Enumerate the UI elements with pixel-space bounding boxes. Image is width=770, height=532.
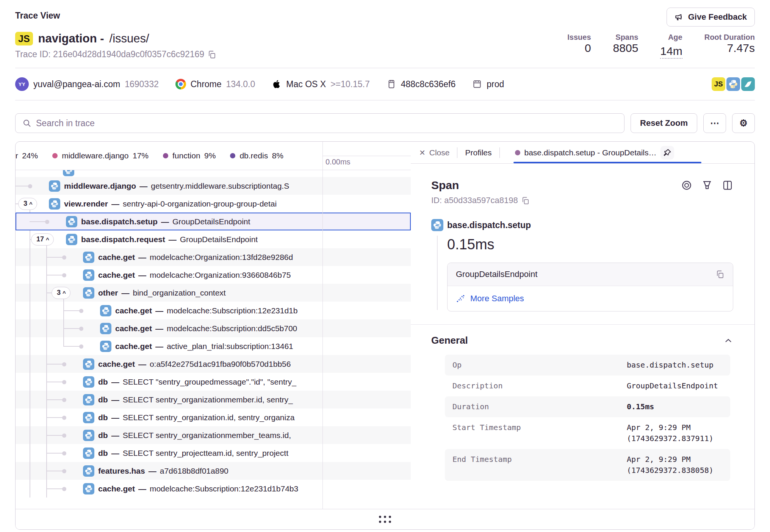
span-sample-block: base.dispatch.setup 0.15ms GroupDetailsE… xyxy=(431,219,733,311)
browser-name: Chrome xyxy=(191,79,222,89)
resize-drag-handle[interactable] xyxy=(379,516,391,523)
python-icon xyxy=(100,305,111,316)
general-row-end-timestamp: End TimestampApr 2, 9:29 PM(1743629372.8… xyxy=(445,449,730,481)
page-title: Trace View xyxy=(15,8,60,21)
span-tree-row[interactable]: cache.get—modelcache:Subscription:12e231… xyxy=(16,480,411,498)
span-tree-row[interactable]: 3^ view.render—sentry-api-0-organization… xyxy=(16,195,411,213)
legend-item[interactable]: middleware.django 17% xyxy=(52,151,149,160)
span-detail-body: Span xyxy=(411,164,754,509)
tree-connector-dot xyxy=(62,433,66,438)
browser-version: 134.0.0 xyxy=(226,79,255,89)
split-view-icon[interactable] xyxy=(722,180,733,191)
general-rows: Opbase.dispatch.setupDescriptionGroupDet… xyxy=(445,355,730,481)
span-tree-row[interactable]: base.dispatch.setup—GroupDetailsEndpoint xyxy=(16,213,411,230)
tab-profiles[interactable]: Profiles xyxy=(465,148,491,157)
span-row-label: base.dispatch.request—GroupDetailsEndpoi… xyxy=(81,230,258,248)
python-icon xyxy=(83,252,94,263)
span-tree-row[interactable]: db—SELECT sentry_projectteam.id, sentry_… xyxy=(16,444,411,462)
span-tree-row[interactable]: middleware.django—getsentry.middleware.s… xyxy=(16,177,411,195)
span-op-dot-icon xyxy=(515,150,520,155)
copy-icon[interactable] xyxy=(207,50,216,59)
trace-view-page: Trace View Give Feedback JS navigation -… xyxy=(0,0,770,532)
tree-connector xyxy=(30,221,47,222)
span-tree-row[interactable]: cache.get—modelcache:Subscription:12e231… xyxy=(16,302,411,319)
search-input[interactable] xyxy=(36,118,617,128)
python-badge-icon xyxy=(726,77,740,91)
search-box[interactable] xyxy=(15,113,624,133)
collapse-count-badge[interactable]: 3^ xyxy=(52,287,70,299)
collapse-count-badge[interactable]: 3^ xyxy=(18,198,37,210)
trace-toolbar: Reset Zoom ⋯ ⚙ xyxy=(15,113,755,133)
span-tree-row[interactable]: cache.get—modelcache:Subscription:dd5c5b… xyxy=(16,319,411,337)
general-row-op: Opbase.dispatch.setup xyxy=(445,355,730,376)
span-row-label: cache.get—modelcache:Organization:936608… xyxy=(98,266,291,284)
reset-zoom-button[interactable]: Reset Zoom xyxy=(631,113,697,133)
tree-connector xyxy=(46,435,64,436)
span-tree-row[interactable] xyxy=(16,170,411,177)
span-row-label: cache.get—modelcache:Organization:13fd28… xyxy=(98,248,293,266)
legend-item[interactable]: db.redis 8% xyxy=(230,151,283,160)
span-tree-row[interactable]: features.has—a7d618b8df01a890 xyxy=(16,462,411,480)
tree-connector-dot xyxy=(62,380,66,384)
python-icon xyxy=(66,216,77,227)
detail-tabs: ✕ Close Profiles base.dispatch.setup - G… xyxy=(411,142,754,164)
collapse-count-badge[interactable]: 17^ xyxy=(31,233,54,246)
column-resize-divider[interactable] xyxy=(322,142,323,509)
span-tree-row[interactable]: 17^ base.dispatch.request—GroupDetailsEn… xyxy=(16,230,411,248)
os-version: >=10.15.7 xyxy=(330,79,370,89)
span-tree-row[interactable]: cache.get—active_plan_trial:subscription… xyxy=(16,337,411,355)
title-row: JS navigation - /issues/ Trace ID: 216e0… xyxy=(15,32,755,59)
ellipsis-icon: ⋯ xyxy=(710,118,719,128)
python-icon xyxy=(83,448,94,459)
span-tree-row[interactable]: cache.get—modelcache:Organization:13fd28… xyxy=(16,248,411,266)
python-icon xyxy=(83,483,94,494)
funnel-view-icon[interactable] xyxy=(701,180,713,191)
tree-connector-dot xyxy=(28,184,32,188)
span-tree-row[interactable]: db—SELECT sentry_organizationmember.id, … xyxy=(16,391,411,408)
python-icon xyxy=(83,412,94,423)
general-row-description: DescriptionGroupDetailsEndpoint xyxy=(445,376,730,396)
close-tab-button[interactable]: ✕ Close xyxy=(419,148,449,157)
span-id: ID: a50d33a597ca8198 xyxy=(431,196,733,205)
copy-icon[interactable] xyxy=(715,270,725,279)
tree-connector xyxy=(46,257,64,258)
span-tree-row[interactable]: db—SELECT sentry_organization.id, sentry… xyxy=(16,408,411,426)
span-detail-panel: ✕ Close Profiles base.dispatch.setup - G… xyxy=(411,142,754,509)
stat-spans: Spans8805 xyxy=(613,33,639,59)
environment-value: prod xyxy=(487,79,504,89)
python-icon xyxy=(63,170,74,176)
javascript-badge-icon: JS xyxy=(712,77,725,91)
general-value: Apr 2, 9:29 PM(1743629372.838058) xyxy=(627,454,714,476)
span-row-label: base.dispatch.setup—GroupDetailsEndpoint xyxy=(81,213,250,230)
general-key: Start Timestamp xyxy=(452,422,627,444)
span-tree-row[interactable]: db—SELECT sentry_organizationmember_team… xyxy=(16,426,411,444)
tree-connector-dot xyxy=(79,309,83,313)
legend-item[interactable]: or 24% xyxy=(16,151,38,160)
sample-description: GroupDetailsEndpoint xyxy=(456,269,537,279)
copy-icon[interactable] xyxy=(521,196,530,205)
collapse-chevron-icon[interactable] xyxy=(723,336,733,346)
legend-dot-icon xyxy=(230,153,235,158)
span-tree-row[interactable]: cache.get—o:a5f42e275d1ac91fba90f0b570d1… xyxy=(16,355,411,373)
tree-connector xyxy=(63,310,81,311)
stat-issues: Issues0 xyxy=(567,33,591,59)
trace-id: Trace ID: 216e04d28d1940da9c0f0357c6c921… xyxy=(15,49,216,59)
sample-guide-line xyxy=(437,236,438,310)
focus-span-icon[interactable] xyxy=(681,180,692,191)
python-icon xyxy=(100,341,111,352)
span-tree-row[interactable]: cache.get—modelcache:Organization:936608… xyxy=(16,266,411,284)
panel-footer xyxy=(16,509,754,529)
more-options-button[interactable]: ⋯ xyxy=(703,113,726,133)
tab-active-span[interactable]: base.dispatch.setup - GroupDetails… xyxy=(515,148,657,157)
span-tree-row[interactable]: db—SELECT "sentry_groupedmessage"."id", … xyxy=(16,373,411,391)
general-key: Op xyxy=(452,360,627,371)
pin-tab-button[interactable] xyxy=(660,146,674,160)
settings-button[interactable]: ⚙ xyxy=(732,113,755,133)
give-feedback-button[interactable]: Give Feedback xyxy=(667,8,755,27)
tree-rail xyxy=(30,210,30,498)
legend-item[interactable]: function 9% xyxy=(163,151,216,160)
span-tree-row[interactable]: 3^ other—bind_organization_context xyxy=(16,284,411,302)
header-row: Trace View Give Feedback xyxy=(15,8,755,27)
more-samples-link[interactable]: More Samples xyxy=(470,294,524,304)
tree-connector-dot xyxy=(62,487,66,491)
